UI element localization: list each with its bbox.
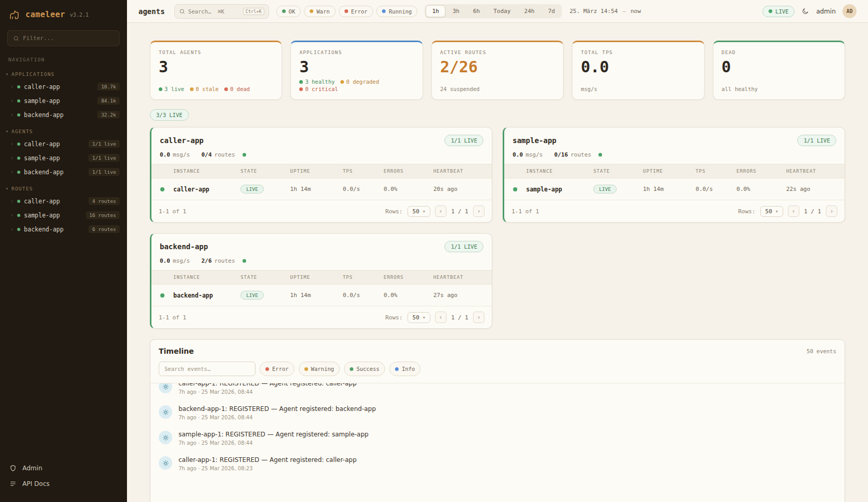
next-page-button[interactable]: › (473, 312, 484, 323)
filter-chip-warn[interactable]: Warn (304, 6, 335, 17)
next-page-button[interactable]: › (473, 205, 484, 217)
prev-page-button[interactable]: ‹ (788, 205, 799, 217)
sidebar-section-applications[interactable]: APPLICATIONS (0, 65, 127, 80)
next-page-button[interactable]: › (826, 205, 837, 217)
count-badge: 1/1 live (88, 168, 120, 176)
prev-page-button[interactable]: ‹ (435, 205, 446, 217)
date-range[interactable]: 25. März 14:54 — now (569, 8, 641, 15)
event-time: 7h ago · 25 Mar 2026, 08:44 (178, 389, 356, 395)
caret-down-icon: ▾ (423, 315, 425, 320)
stat-detail: 0 degraded (340, 79, 379, 85)
app-card-backend-app: backend-app 1/1 LIVE 0.0msg/s 2/6routes … (150, 233, 492, 329)
search-box[interactable]: Ctrl+K (174, 4, 269, 19)
chevron-right-icon: › (10, 112, 14, 118)
timeline-chip-info[interactable]: Info (389, 362, 420, 376)
health-dot-icon (598, 153, 602, 157)
status-dot (17, 99, 20, 102)
caret-down-icon: ▾ (423, 209, 425, 214)
rows-per-page-select[interactable]: 50 ▾ (407, 312, 430, 323)
time-range-24h[interactable]: 24h (518, 5, 541, 17)
sidebar-item-admin[interactable]: Admin (0, 460, 127, 476)
running-dot-icon (382, 9, 386, 13)
search-input[interactable] (188, 8, 240, 15)
timeline-event-list[interactable]: caller-app-1: REGISTERED — Agent registe… (150, 383, 845, 502)
search-shortcut-hint: Ctrl+K (243, 8, 264, 15)
sidebar-item-routes-sample-app[interactable]: › sample-app 16 routes (0, 208, 127, 222)
app-card-stats: 0.0msg/s 0/16routes (504, 150, 845, 164)
sidebar-item-agents-sample-app[interactable]: › sample-app 1/1 live (0, 151, 127, 165)
sidebar-item-routes-backend-app[interactable]: › backend-app 6 routes (0, 222, 127, 236)
time-range-today[interactable]: Today (487, 5, 517, 17)
sidebar-item-agents-backend-app[interactable]: › backend-app 1/1 live (0, 165, 127, 179)
critical-dot-icon (299, 87, 303, 91)
filter-chip-ok[interactable]: OK (276, 6, 301, 17)
sidebar-filter[interactable] (7, 30, 120, 46)
count-badge: 32.2k (97, 111, 120, 119)
sidebar-section-agents[interactable]: AGENTS (0, 122, 127, 137)
sidebar-item-agents-caller-app[interactable]: › caller-app 1/1 live (0, 137, 127, 151)
gear-icon (159, 405, 172, 419)
sidebar-item-applications-backend-app[interactable]: › backend-app 32.2k (0, 108, 127, 122)
timeline-card: Timeline 50 events Error Warning Success (150, 339, 845, 502)
chevron-right-icon: › (10, 170, 14, 175)
time-range-3h[interactable]: 3h (446, 5, 466, 17)
timeline-chip-error[interactable]: Error (260, 362, 295, 376)
user-avatar[interactable]: AD (843, 4, 857, 18)
sidebar-item-routes-caller-app[interactable]: › caller-app 4 routes (0, 194, 127, 208)
stat-label: ACTIVE ROUTES (440, 49, 555, 55)
status-dot (17, 113, 20, 117)
stat-label: TOTAL AGENTS (159, 49, 273, 55)
rows-label: Rows: (738, 208, 755, 215)
sidebar-filter-input[interactable] (23, 35, 114, 42)
stat-sub: msg/s (581, 86, 695, 92)
filter-chip-error[interactable]: Error (339, 6, 374, 17)
event-text: backend-app-1: REGISTERED — Agent regist… (178, 405, 376, 413)
app-version: v3.2.1 (70, 12, 88, 18)
live-dot-icon (159, 87, 162, 91)
status-dot (160, 187, 164, 191)
rows-per-page-select[interactable]: 50 ▾ (407, 206, 430, 217)
timeline-event-count: 50 events (807, 348, 836, 354)
live-toggle[interactable]: LIVE (762, 6, 795, 17)
sidebar-item-applications-sample-app[interactable]: › sample-app 84.1k (0, 94, 127, 108)
stat-value: 2/26 (440, 59, 555, 75)
sidebar-item-applications-caller-app[interactable]: › caller-app 10.7k (0, 80, 127, 94)
chevron-right-icon: › (10, 156, 14, 161)
event-text: caller-app-1: REGISTERED — Agent registe… (178, 456, 356, 464)
timeline-search-input[interactable] (159, 362, 256, 376)
stat-label: APPLICATIONS (299, 49, 414, 55)
filter-chip-running[interactable]: Running (376, 6, 417, 17)
state-badge: LIVE (240, 291, 264, 300)
page-title: agents (138, 7, 165, 16)
rows-per-page-select[interactable]: 50 ▾ (760, 206, 783, 217)
status-dot (17, 214, 20, 217)
stat-label: TOTAL TPS (581, 49, 695, 55)
time-range-7d[interactable]: 7d (542, 5, 561, 17)
page-indicator: 1 / 1 (451, 208, 468, 215)
sidebar-section-routes[interactable]: ROUTES (0, 179, 127, 194)
table-row[interactable]: caller-app LIVE 1h 14m 0.0/s 0.0% 20s ag… (151, 178, 492, 200)
time-range-1h[interactable]: 1h (426, 5, 445, 17)
dead-dot-icon (224, 87, 228, 91)
table-row[interactable]: sample-app LIVE 1h 14m 0.0/s 0.0% 22s ag… (504, 178, 845, 200)
dark-mode-toggle[interactable] (801, 7, 809, 15)
time-range-6h[interactable]: 6h (467, 5, 486, 17)
stat-detail: 0 stale (190, 86, 219, 92)
stat-detail: 0 dead (224, 86, 250, 92)
timeline-chip-success[interactable]: Success (344, 362, 385, 376)
prev-page-button[interactable]: ‹ (435, 312, 446, 323)
count-badge: 10.7k (97, 83, 120, 91)
caret-down-icon: ▾ (776, 209, 778, 214)
sidebar-item-api-docs[interactable]: API Docs (0, 476, 127, 492)
section-marker-icon (6, 73, 8, 75)
stat-detail: 3 healthy (299, 79, 335, 85)
search-icon (179, 8, 185, 15)
table-row[interactable]: backend-app LIVE 1h 14m 0.0/s 0.0% 27s a… (151, 285, 492, 306)
count-badge: 16 routes (86, 211, 120, 219)
timeline-event: sample-app-1: REGISTERED — Agent registe… (159, 426, 836, 451)
timeline-chip-warning[interactable]: Warning (299, 362, 340, 376)
app-card-caller-app: caller-app 1/1 LIVE 0.0msg/s 0/4routes I… (150, 127, 492, 223)
gear-icon (159, 383, 172, 393)
stat-value: 0 (722, 59, 836, 75)
date-range-separator: — (622, 8, 626, 15)
